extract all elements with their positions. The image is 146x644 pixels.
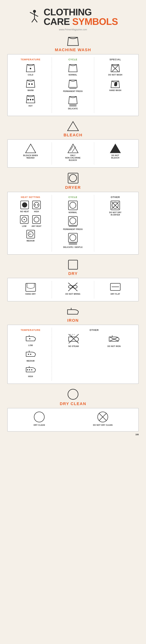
dryer-cycle-permpress-label: PERMANENT PRESS xyxy=(63,228,83,230)
dryer-low-label: LOW xyxy=(22,225,26,228)
svg-point-41 xyxy=(70,202,76,208)
do-not-dry-clean-icon xyxy=(97,411,109,423)
svg-marker-22 xyxy=(110,144,121,153)
svg-point-43 xyxy=(70,218,76,224)
iron-medium-label: MEDIUM xyxy=(27,360,35,362)
only-non-chlorine-label: ONLYNON-CHLORINEBLEACH xyxy=(65,154,81,162)
bleach-icon xyxy=(67,121,79,132)
svg-point-39 xyxy=(31,234,32,234)
title-accent: SYMBOLS xyxy=(72,16,118,27)
iron-no-steam-item: NO STEAM xyxy=(68,333,80,348)
dryer-cycle-normal-label: NORMAL xyxy=(69,211,77,214)
dry-clean-icon xyxy=(33,411,45,423)
dryer-no-heat-icon xyxy=(20,200,29,210)
dryer-low-icon xyxy=(20,215,29,224)
temperature-header: TEMPERATURE xyxy=(21,58,40,61)
wash-cold-item: COLD xyxy=(25,63,36,76)
header: CLOTHING CARE SYMBOLS xyxy=(7,4,139,28)
svg-line-3 xyxy=(34,14,38,16)
iron-grid: TEMPERATURE LOW MEDIUM xyxy=(7,325,139,384)
iron-medium-item: MEDIUM xyxy=(25,349,36,362)
only-non-chlorine-icon xyxy=(68,143,78,153)
wash-permpress-label: PERMANENT PRESS xyxy=(63,90,83,92)
svg-point-8 xyxy=(31,83,33,85)
svg-point-30 xyxy=(37,204,38,206)
dry-grid: HANG DRY DO NOT WRING xyxy=(7,278,139,302)
iron-do-not-iron-item: DO NOT IRON xyxy=(108,333,121,348)
do-not-wash-item: DO NOT WASH xyxy=(108,63,122,76)
wash-delicate-item: DELICATE xyxy=(68,95,78,110)
dryer-medium-label: MEDIUM xyxy=(27,240,35,242)
special-col: SPECIAL DO NOT WASH HAND xyxy=(94,57,137,113)
machine-wash-title: MACHINE WASH xyxy=(7,48,139,52)
dryer-cycle-permpress-icon xyxy=(68,216,78,227)
svg-marker-19 xyxy=(68,144,78,153)
dry-clean-item: DRY CLEAN xyxy=(33,411,45,426)
iron-low-item: LOW xyxy=(25,333,36,346)
title-line1: CLOTHING xyxy=(44,7,118,17)
svg-line-21 xyxy=(72,146,76,152)
svg-point-83 xyxy=(34,412,44,422)
iron-no-steam-icon xyxy=(68,333,80,344)
svg-point-26 xyxy=(22,202,27,208)
do-not-wring-col: DO NOT WRING xyxy=(52,281,94,298)
iron-low-icon xyxy=(25,333,36,343)
svg-marker-17 xyxy=(68,122,78,131)
svg-point-82 xyxy=(68,389,78,400)
dry-clean-label: DRY CLEAN xyxy=(34,424,45,426)
do-not-iron-icon xyxy=(108,333,120,344)
iron-icon-wrap xyxy=(7,306,139,317)
machine-wash-icon-wrap xyxy=(7,36,139,46)
dryer-heat-col: HEAT SETTING NO HEAT xyxy=(9,195,52,252)
hang-dry-icon xyxy=(25,282,36,292)
dryer-other-col: OTHER DO NOT DRYIN DRYER xyxy=(94,195,137,252)
dryer-cycle-normal-icon xyxy=(68,200,78,210)
svg-rect-27 xyxy=(32,201,40,209)
do-not-wring-item: DO NOT WRING xyxy=(65,282,80,295)
machine-wash-grid: TEMPERATURE COLD WARM xyxy=(7,54,139,116)
dryer-cycle-permpress-item: PERMANENT PRESS xyxy=(63,216,83,230)
bleach-grid: BLEACH WHENNEEDED ONLYNON-CHLORINEBLEACH xyxy=(7,139,139,168)
svg-point-33 xyxy=(24,219,25,220)
only-non-chlorine-item: ONLYNON-CHLORINEBLEACH xyxy=(65,143,81,162)
website-url: www.PrimerMagazine.com xyxy=(7,28,139,31)
dry-section-header: DRY xyxy=(7,259,139,276)
svg-point-70 xyxy=(27,369,28,370)
do-not-bleach-icon xyxy=(110,143,121,153)
iron-high-label: HIGH xyxy=(28,375,33,378)
iron-high-item: HIGH xyxy=(25,364,36,378)
only-non-chlorine-col: ONLYNON-CHLORINEBLEACH xyxy=(52,142,94,164)
wash-cold-icon xyxy=(25,63,36,73)
svg-point-68 xyxy=(30,354,31,355)
dryer-any-heat-label: ANY HEAT xyxy=(32,225,41,228)
page: CLOTHING CARE SYMBOLS www.PrimerMagazine… xyxy=(0,0,146,443)
cycle-col: CYCLE NORMAL PERMANENT PRESS xyxy=(52,57,94,113)
do-not-wash-label: DO NOT WASH xyxy=(108,74,122,76)
header-figure-icon xyxy=(28,10,41,24)
wash-delicate-label: DELICATE xyxy=(68,108,78,110)
svg-rect-53 xyxy=(68,260,78,269)
hand-wash-icon xyxy=(110,78,120,88)
dry-flat-item: DRY FLAT xyxy=(110,282,121,295)
dry-flat-icon xyxy=(110,282,121,292)
dry-title: DRY xyxy=(7,271,139,276)
dryer-do-not-dry-icon xyxy=(110,200,120,210)
do-not-wring-label: DO NOT WRING xyxy=(65,293,80,295)
svg-point-71 xyxy=(29,369,30,370)
title-line2: CARE SYMBOLS xyxy=(44,17,118,26)
svg-point-72 xyxy=(31,369,32,370)
machine-wash-section-header: MACHINE WASH xyxy=(7,36,139,52)
dryer-other-header: OTHER xyxy=(111,196,120,198)
svg-point-37 xyxy=(28,232,33,237)
bleach-icon-wrap xyxy=(7,121,139,132)
dryer-any-heat-icon xyxy=(32,215,41,224)
dryer-no-heat-label: NO HEAT xyxy=(20,210,29,213)
dry-clean-section-header: DRY CLEAN xyxy=(7,388,139,406)
do-not-wring-icon xyxy=(67,282,78,292)
wash-warm-icon xyxy=(25,78,36,88)
bleach-when-needed-item: BLEACH WHENNEEDED xyxy=(23,143,38,159)
wash-hot-item: HOT xyxy=(25,94,36,107)
do-not-bleach-col: DO NOTBLEACH xyxy=(94,142,137,164)
svg-point-0 xyxy=(33,10,36,13)
dryer-cycle-delicate-item: DELICATE / GENTLE xyxy=(63,233,83,248)
